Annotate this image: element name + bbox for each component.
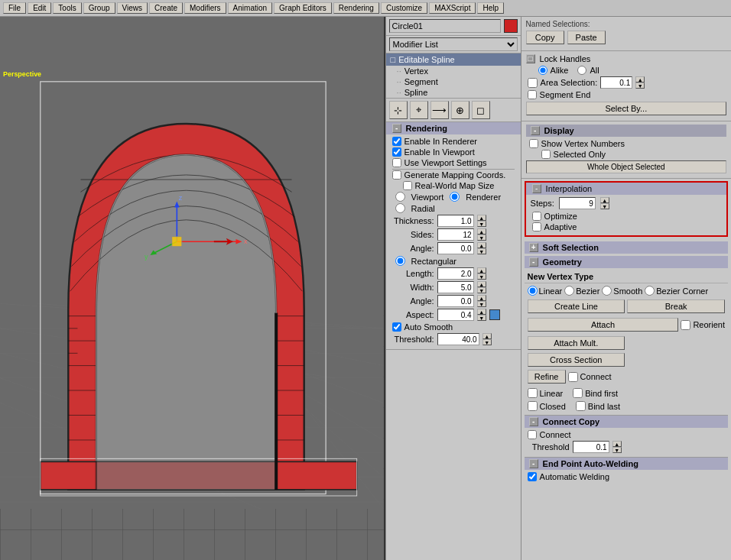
rendering-header[interactable]: - Rendering	[386, 122, 521, 134]
segment-subitem[interactable]: ·· Segment	[386, 76, 521, 87]
whole-obj-button[interactable]: Whole Object Selected	[526, 160, 726, 173]
thickness-input[interactable]	[437, 215, 474, 227]
maxscript-menu[interactable]: MAXScript	[429, 2, 476, 14]
editable-spline-header[interactable]: □ Editable Spline	[386, 53, 521, 66]
renderer-radio[interactable]	[450, 192, 460, 202]
angle-input[interactable]	[437, 242, 474, 254]
spline-subitem[interactable]: ·· Spline	[386, 87, 521, 98]
width-up[interactable]: ▲	[477, 281, 486, 287]
alike-radio[interactable]	[538, 66, 547, 75]
area-sel-check[interactable]	[528, 78, 538, 88]
create-line-button[interactable]: Create Line	[528, 299, 625, 313]
steps-input[interactable]	[559, 197, 596, 209]
segment-end-check[interactable]	[528, 90, 537, 99]
auto-smooth-check[interactable]	[392, 322, 401, 332]
move-icon-btn[interactable]: ⊹	[389, 101, 408, 119]
connect-copy-collapse[interactable]: -	[529, 417, 538, 426]
attach-mult-button[interactable]: Attach Mult.	[528, 336, 625, 350]
connect-threshold-input[interactable]	[573, 441, 609, 453]
insert-icon-btn[interactable]: ⊕	[451, 101, 469, 119]
modifiers-menu[interactable]: Modifiers	[184, 2, 226, 14]
aspect-down[interactable]: ▼	[477, 315, 486, 321]
con-thresh-up[interactable]: ▲	[612, 441, 622, 447]
threshold-up[interactable]: ▲	[482, 333, 492, 339]
use-viewport-settings-check[interactable]	[392, 158, 401, 167]
soft-selection-header[interactable]: + Soft Selection	[525, 241, 728, 254]
adaptive-check[interactable]	[532, 222, 541, 231]
aspect-input[interactable]	[437, 309, 474, 321]
vertex-subitem[interactable]: ·· Vertex	[386, 66, 521, 76]
angle2-up[interactable]: ▲	[477, 295, 486, 301]
display-collapse[interactable]: -	[531, 126, 540, 135]
linear-vertex-radio[interactable]	[528, 286, 538, 296]
steps-down[interactable]: ▼	[600, 203, 609, 209]
graph-editors-menu[interactable]: Graph Editors	[274, 2, 332, 14]
angle-down[interactable]: ▼	[477, 248, 486, 254]
sides-up[interactable]: ▲	[477, 228, 486, 235]
enable-renderer-check[interactable]	[392, 137, 401, 146]
sides-down[interactable]: ▼	[477, 235, 486, 241]
optimize-check[interactable]	[532, 212, 541, 221]
copy-button[interactable]: Copy	[526, 31, 564, 44]
threshold-render-input[interactable]	[437, 333, 479, 345]
auto-weld-check[interactable]	[528, 472, 537, 481]
modifier-dropdown[interactable]: Modifier List	[389, 37, 518, 51]
selected-only-check[interactable]	[541, 150, 551, 159]
threshold-down[interactable]: ▼	[482, 339, 492, 345]
weld-icon-btn[interactable]: ⌖	[410, 101, 428, 119]
steps-up[interactable]: ▲	[600, 197, 609, 203]
animation-menu[interactable]: Animation	[228, 2, 272, 14]
tools-menu[interactable]: Tools	[53, 2, 81, 14]
rectangular-radio[interactable]	[395, 256, 405, 266]
group-menu[interactable]: Group	[83, 2, 115, 14]
interp-collapse[interactable]: -	[532, 184, 541, 193]
attach-button[interactable]: Attach	[528, 318, 679, 332]
width-down[interactable]: ▼	[477, 287, 486, 293]
edit-menu[interactable]: Edit	[28, 2, 51, 14]
length-up[interactable]: ▲	[477, 267, 486, 274]
smooth-vertex-radio[interactable]	[602, 286, 612, 296]
area-sel-down[interactable]: ▼	[635, 83, 645, 89]
width-input[interactable]	[437, 281, 474, 293]
bezier-corner-vertex-radio[interactable]	[645, 286, 655, 296]
object-name-input[interactable]	[389, 19, 501, 33]
closed-check[interactable]	[528, 401, 538, 411]
rendering-collapse[interactable]: -	[392, 124, 401, 133]
area-sel-up[interactable]: ▲	[635, 76, 645, 83]
show-vertex-check[interactable]	[529, 139, 538, 148]
real-world-check[interactable]	[403, 181, 412, 190]
area-sel-input[interactable]	[600, 76, 632, 89]
customize-menu[interactable]: Customize	[381, 2, 427, 14]
reorient-check[interactable]	[681, 320, 690, 330]
rendering-menu[interactable]: Rendering	[333, 2, 379, 14]
angle2-input[interactable]	[437, 295, 474, 307]
bind-first-check[interactable]	[573, 388, 583, 398]
all-radio[interactable]	[577, 66, 586, 75]
enable-viewport-check[interactable]	[392, 147, 401, 157]
radial-radio[interactable]	[395, 203, 405, 213]
thickness-down[interactable]: ▼	[477, 221, 486, 227]
viewport-radio[interactable]	[395, 192, 405, 202]
create-menu[interactable]: Create	[149, 2, 183, 14]
length-input[interactable]	[437, 267, 474, 280]
fillet-icon-btn[interactable]: ◻	[472, 101, 490, 119]
thickness-up[interactable]: ▲	[477, 215, 486, 221]
aspect-up[interactable]: ▲	[477, 309, 486, 315]
con-thresh-down[interactable]: ▼	[612, 447, 622, 453]
refine-button[interactable]: Refine	[528, 370, 566, 384]
lock-handles-collapse[interactable]: □	[526, 54, 535, 63]
angle2-down[interactable]: ▼	[477, 301, 486, 307]
connect-check[interactable]	[568, 372, 578, 382]
viewport[interactable]: z y x Perspective	[0, 17, 385, 560]
help-menu[interactable]: Help	[477, 2, 504, 14]
object-color-swatch[interactable]	[504, 19, 518, 33]
connect-copy-check[interactable]	[528, 430, 537, 439]
length-down[interactable]: ▼	[477, 274, 486, 280]
bezier-vertex-radio[interactable]	[564, 286, 574, 296]
linear-check[interactable]	[528, 388, 538, 398]
views-menu[interactable]: Views	[117, 2, 148, 14]
generate-mapping-check[interactable]	[392, 170, 401, 180]
lock-aspect-btn[interactable]	[489, 309, 500, 320]
paste-button[interactable]: Paste	[567, 31, 606, 44]
file-menu[interactable]: File	[3, 2, 26, 14]
